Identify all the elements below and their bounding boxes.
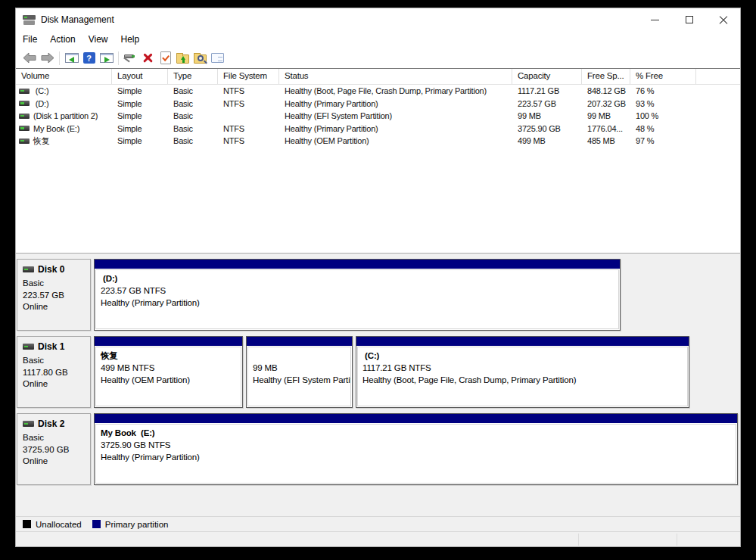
show-console-tree-button[interactable] xyxy=(63,50,80,67)
partition-name: My Book (E:) xyxy=(101,427,731,439)
minimize-button[interactable] xyxy=(638,8,672,31)
folder-up-button[interactable] xyxy=(174,50,191,67)
legend-label: Primary partition xyxy=(105,520,169,529)
folder-search-icon xyxy=(194,54,207,64)
status-cell: Healthy (EFI System Partition) xyxy=(279,111,512,120)
menu-view[interactable]: View xyxy=(89,32,115,47)
properties-button[interactable] xyxy=(209,50,226,67)
table-row-c[interactable]: (C:) Simple Basic NTFS Healthy (Boot, Pa… xyxy=(16,85,740,98)
disk-name: Disk 0 xyxy=(38,264,64,275)
show-console-tree-icon xyxy=(65,53,79,63)
volume-name: My Book (E:) xyxy=(33,124,79,133)
folder-search-button[interactable] xyxy=(191,50,209,67)
window-controls xyxy=(638,8,740,31)
check-document-button[interactable] xyxy=(157,50,174,67)
partition-my-book[interactable]: My Book (E:) 3725.90 GB NTFS Healthy (Pr… xyxy=(94,413,738,485)
maximize-icon xyxy=(686,16,693,23)
partition-size: 1117.21 GB NTFS xyxy=(362,362,683,374)
back-button[interactable] xyxy=(21,50,39,67)
table-row-my-book[interactable]: My Book (E:) Simple Basic NTFS Healthy (… xyxy=(16,123,740,135)
menu-file[interactable]: File xyxy=(23,32,44,47)
capacity-cell: 3725.90 GB xyxy=(512,124,582,133)
disk-tool-button[interactable] xyxy=(122,50,139,67)
layout-cell: Simple xyxy=(112,86,168,95)
disk-tool-icon xyxy=(123,52,138,64)
column-header-pct-free[interactable]: % Free xyxy=(630,69,696,84)
statusbar-separator xyxy=(578,534,579,546)
type-cell: Basic xyxy=(168,99,218,108)
disk-0-partitions: (D:) 223.57 GB NTFS Healthy (Primary Par… xyxy=(94,259,621,331)
disk-2-partitions: My Book (E:) 3725.90 GB NTFS Healthy (Pr… xyxy=(94,413,738,485)
partition-color-bar xyxy=(95,260,620,269)
disk-rows: Disk 0 Basic 223.57 GB Online (D:) 223.5… xyxy=(16,254,740,516)
disk-row-0: Disk 0 Basic 223.57 GB Online (D:) 223.5… xyxy=(17,259,740,331)
table-row-d[interactable]: (D:) Simple Basic NTFS Healthy (Primary … xyxy=(16,98,740,110)
partition-size: 223.57 GB NTFS xyxy=(101,285,614,297)
disk-name: Disk 1 xyxy=(38,341,64,352)
disk-1-partitions: 恢复 499 MB NTFS Healthy (OEM Partition) 9… xyxy=(94,336,689,408)
delete-icon xyxy=(142,51,155,64)
free-space-cell: 99 MB xyxy=(582,111,630,120)
properties-icon xyxy=(211,53,224,63)
disk-management-window: Disk Management File Action View Help ? xyxy=(15,8,741,547)
partition-status: Healthy (EFI System Partition) xyxy=(253,374,346,386)
menu-action[interactable]: Action xyxy=(50,32,82,47)
table-row-disk1-partition2[interactable]: (Disk 1 partition 2) Simple Basic Health… xyxy=(16,110,740,123)
partition-info: 99 MB Healthy (EFI System Partition) xyxy=(247,347,351,406)
column-header-capacity[interactable]: Capacity xyxy=(512,69,582,84)
status-cell: Healthy (Primary Partition) xyxy=(279,99,512,108)
disk-0-header[interactable]: Disk 0 Basic 223.57 GB Online xyxy=(17,259,91,331)
partition-size: 499 MB NTFS xyxy=(101,362,236,374)
column-header-free-space[interactable]: Free Sp... xyxy=(582,69,630,84)
pct-free-cell: 48 % xyxy=(630,124,696,133)
disk-2-header[interactable]: Disk 2 Basic 3725.90 GB Online xyxy=(17,413,91,485)
legend-label: Unallocated xyxy=(36,520,82,529)
show-action-pane-button[interactable] xyxy=(98,50,115,67)
partition-recovery[interactable]: 恢复 499 MB NTFS Healthy (OEM Partition) xyxy=(94,336,243,408)
partition-efi[interactable]: 99 MB Healthy (EFI System Partition) xyxy=(246,336,353,408)
maximize-button[interactable] xyxy=(672,8,706,31)
column-header-layout[interactable]: Layout xyxy=(112,69,168,84)
volume-icon xyxy=(19,89,30,94)
volume-icon xyxy=(19,101,30,106)
file-system-cell: NTFS xyxy=(218,86,279,95)
column-header-status[interactable]: Status xyxy=(279,69,512,84)
disk-icon xyxy=(23,344,34,350)
status-bar xyxy=(16,531,740,546)
help-button[interactable]: ? xyxy=(80,50,98,67)
delete-button[interactable] xyxy=(139,50,157,67)
file-system-cell: NTFS xyxy=(218,99,279,108)
free-space-cell: 1776.04... xyxy=(582,124,630,133)
file-system-cell: NTFS xyxy=(218,124,279,133)
free-space-cell: 485 MB xyxy=(582,136,630,145)
column-header-blank[interactable] xyxy=(696,69,740,84)
minimize-icon xyxy=(651,20,659,20)
forward-button[interactable] xyxy=(39,50,56,67)
menu-bar: File Action View Help xyxy=(16,31,740,48)
close-button[interactable] xyxy=(706,8,740,31)
capacity-cell: 1117.21 GB xyxy=(512,86,582,95)
folder-up-icon xyxy=(176,54,189,64)
pct-free-cell: 97 % xyxy=(630,136,696,145)
unallocated-swatch xyxy=(23,520,31,528)
forward-icon xyxy=(40,52,54,64)
layout-cell: Simple xyxy=(112,99,168,108)
disk-size: 1117.80 GB xyxy=(23,367,85,379)
partition-c[interactable]: (C:) 1117.21 GB NTFS Healthy (Boot, Page… xyxy=(356,336,689,408)
menu-help[interactable]: Help xyxy=(121,32,147,47)
column-header-volume[interactable]: Volume xyxy=(16,69,112,84)
volume-icon xyxy=(19,138,30,144)
partition-status: Healthy (OEM Partition) xyxy=(101,374,236,386)
legend-bar: Unallocated Primary partition xyxy=(16,516,740,531)
disk-type: Basic xyxy=(23,355,85,367)
partition-status: Healthy (Primary Partition) xyxy=(101,297,614,309)
capacity-cell: 223.57 GB xyxy=(512,99,582,108)
free-space-cell: 207.32 GB xyxy=(582,99,630,108)
partition-info: (C:) 1117.21 GB NTFS Healthy (Boot, Page… xyxy=(357,347,688,406)
column-header-type[interactable]: Type xyxy=(168,69,218,84)
layout-cell: Simple xyxy=(112,124,168,133)
partition-d[interactable]: (D:) 223.57 GB NTFS Healthy (Primary Par… xyxy=(94,259,621,331)
disk-1-header[interactable]: Disk 1 Basic 1117.80 GB Online xyxy=(17,336,91,408)
column-header-file-system[interactable]: File System xyxy=(218,69,279,84)
table-row-recovery[interactable]: 恢复 Simple Basic NTFS Healthy (OEM Partit… xyxy=(16,135,740,148)
